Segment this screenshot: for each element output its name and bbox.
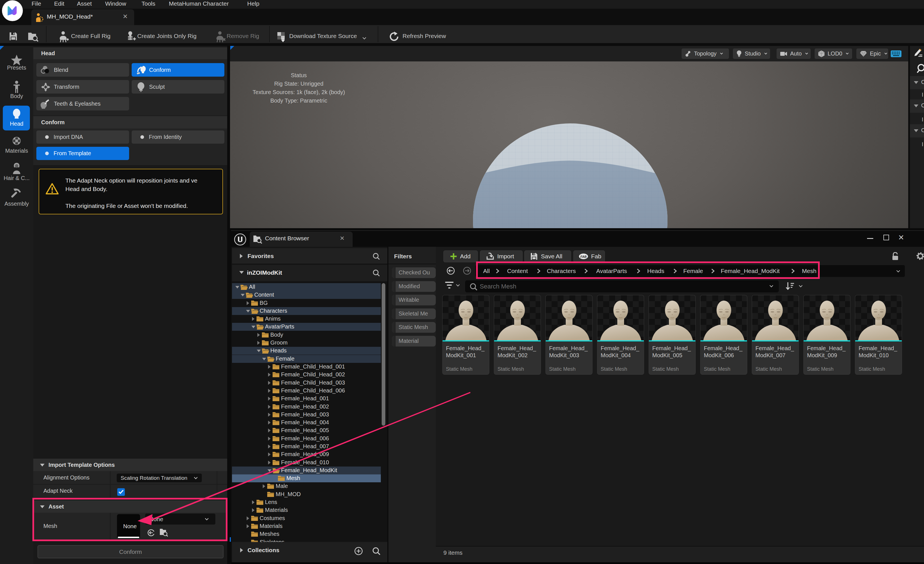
svg-text:FAB: FAB xyxy=(580,255,586,258)
